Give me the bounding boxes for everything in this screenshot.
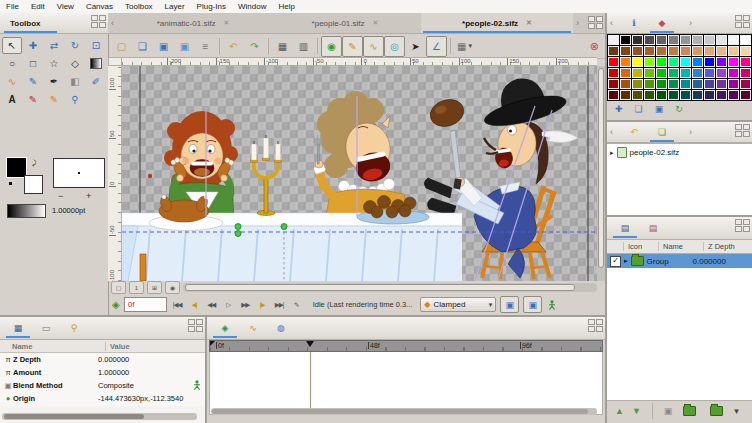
tab-animatic-01sifz[interactable]: *animatic-01.sifz✕ bbox=[117, 13, 269, 33]
palette-swatch[interactable] bbox=[740, 57, 751, 67]
palette-swatch[interactable] bbox=[632, 46, 643, 56]
palette-swatch[interactable] bbox=[728, 68, 739, 78]
param-value[interactable]: 1.000000 bbox=[93, 368, 205, 377]
interfaces-tab[interactable]: ▭ bbox=[36, 320, 56, 336]
save-all-button[interactable]: ≡ bbox=[195, 36, 216, 57]
brush-size-value[interactable]: 1.00000pt bbox=[52, 206, 85, 215]
zoom-tool[interactable]: ⚲ bbox=[65, 91, 85, 108]
render-button[interactable]: ▦ bbox=[272, 36, 293, 57]
new-file-button[interactable]: ▢ bbox=[111, 36, 132, 57]
seek-begin-button[interactable]: |◀◀ bbox=[169, 297, 186, 312]
refresh-palette-button[interactable]: ↻ bbox=[675, 104, 683, 114]
palette-swatch[interactable] bbox=[692, 90, 703, 100]
toggle-vertex-handles-button[interactable]: ✎ bbox=[342, 36, 363, 57]
swap-colors-icon[interactable]: ⤸ bbox=[32, 159, 36, 167]
timetrack-horizontal-scrollbar[interactable] bbox=[211, 408, 597, 415]
param-row[interactable]: ●Origin-144.473630px,-112.3540 bbox=[0, 392, 205, 405]
toggle-background-button[interactable]: ▢ bbox=[111, 281, 126, 294]
browser-grip[interactable] bbox=[735, 124, 750, 137]
timetrack-tab[interactable]: ◈ bbox=[215, 320, 235, 336]
palette-swatch[interactable] bbox=[656, 90, 667, 100]
mirror-tool[interactable]: ⇄ bbox=[44, 37, 64, 54]
menu-view[interactable]: View bbox=[51, 2, 80, 11]
palette-swatch[interactable] bbox=[716, 68, 727, 78]
group-layer-button[interactable] bbox=[683, 406, 696, 416]
palette-tabs-right-button[interactable]: › bbox=[686, 18, 695, 28]
circle-tool[interactable]: ○ bbox=[2, 55, 22, 72]
duplicate-layer-button[interactable]: ▣ bbox=[664, 406, 673, 416]
stop-button[interactable]: ⊗ bbox=[590, 40, 599, 53]
brush-size-decrease-button[interactable]: − bbox=[58, 191, 63, 201]
fill-tool[interactable]: ◧ bbox=[65, 73, 85, 90]
params-grip[interactable] bbox=[188, 319, 203, 332]
toggle-position-handles-button[interactable]: ◉ bbox=[321, 36, 342, 57]
menu-file[interactable]: File bbox=[0, 2, 25, 11]
palette-swatch[interactable] bbox=[704, 57, 715, 67]
palette-swatch[interactable] bbox=[644, 35, 655, 45]
column-zdepth[interactable]: Z Depth bbox=[703, 242, 752, 251]
palette-swatch[interactable] bbox=[668, 35, 679, 45]
palette-swatch[interactable] bbox=[728, 79, 739, 89]
smooth-move-tool[interactable]: ✚ bbox=[23, 37, 43, 54]
palette-swatch[interactable] bbox=[740, 79, 751, 89]
canvas-horizontal-scrollbar[interactable] bbox=[183, 283, 597, 292]
menu-help[interactable]: Help bbox=[272, 2, 300, 11]
palette-swatch[interactable] bbox=[632, 90, 643, 100]
palette-swatch[interactable] bbox=[608, 79, 619, 89]
time-cursor[interactable] bbox=[306, 341, 314, 347]
layers-grip[interactable] bbox=[735, 219, 750, 232]
save-palette-button[interactable]: ▣ bbox=[655, 104, 664, 114]
palette-swatch[interactable] bbox=[680, 68, 691, 78]
close-icon[interactable]: ✕ bbox=[223, 19, 229, 27]
palette-swatch[interactable] bbox=[668, 46, 679, 56]
palette-swatch[interactable] bbox=[668, 57, 679, 67]
column-value[interactable]: Value bbox=[105, 342, 205, 351]
animate-pen-button[interactable]: ✎ bbox=[288, 297, 305, 312]
play-button[interactable]: ▷ bbox=[220, 297, 237, 312]
render-quality-icon[interactable]: ◈ bbox=[112, 299, 120, 310]
canvas-grip[interactable] bbox=[588, 16, 603, 29]
palette-swatch[interactable] bbox=[692, 68, 703, 78]
rectangle-tool[interactable]: □ bbox=[23, 55, 43, 72]
background-color-swatch[interactable] bbox=[24, 175, 43, 194]
brush-size-increase-button[interactable]: + bbox=[86, 191, 91, 201]
palette-swatch[interactable] bbox=[620, 68, 631, 78]
toggle-radius-handles-button[interactable]: ◎ bbox=[384, 36, 405, 57]
timetrack-ruler[interactable]: 0f48f96f bbox=[209, 340, 603, 352]
palette-swatch[interactable] bbox=[716, 57, 727, 67]
param-value[interactable]: Composite bbox=[93, 381, 193, 390]
palette-swatch[interactable] bbox=[716, 79, 727, 89]
palette-swatch[interactable] bbox=[728, 35, 739, 45]
palette-swatch[interactable] bbox=[704, 90, 715, 100]
star-tool[interactable]: ☆ bbox=[44, 55, 64, 72]
menu-window[interactable]: Window bbox=[232, 2, 272, 11]
palette-swatch[interactable] bbox=[608, 35, 619, 45]
palette-swatch[interactable] bbox=[620, 57, 631, 67]
param-value[interactable]: -144.473630px,-112.3540 bbox=[93, 394, 205, 403]
palette-swatch[interactable] bbox=[680, 79, 691, 89]
palette-swatch[interactable] bbox=[656, 57, 667, 67]
palette-swatch[interactable] bbox=[608, 68, 619, 78]
new-layer-button[interactable] bbox=[710, 406, 723, 416]
palette-swatch[interactable] bbox=[656, 46, 667, 56]
params-horizontal-scrollbar[interactable] bbox=[2, 413, 197, 420]
palette-swatch[interactable] bbox=[716, 35, 727, 45]
scale-tool[interactable]: ⊡ bbox=[86, 37, 106, 54]
param-row[interactable]: πAmount1.000000 bbox=[0, 366, 205, 379]
animate-mode-button[interactable] bbox=[548, 296, 556, 314]
palette-swatch[interactable] bbox=[704, 46, 715, 56]
menu-edit[interactable]: Edit bbox=[25, 2, 51, 11]
transform-tool[interactable]: ↖ bbox=[2, 37, 22, 54]
canvas-tab[interactable]: ❏ bbox=[652, 124, 672, 140]
save-as-button[interactable]: ▣ bbox=[174, 36, 195, 57]
fg-bg-color-widget[interactable]: ⤸ bbox=[7, 158, 47, 198]
zoom-norm-button[interactable]: 1 bbox=[129, 281, 144, 294]
palette-swatch[interactable] bbox=[632, 35, 643, 45]
palette-tabs-left-button[interactable]: ‹ bbox=[607, 18, 616, 28]
palette-swatch[interactable] bbox=[728, 90, 739, 100]
palette-swatch[interactable] bbox=[692, 35, 703, 45]
grid-menu-button[interactable]: ▦▾ bbox=[454, 36, 475, 57]
palette-swatch[interactable] bbox=[680, 35, 691, 45]
toggle-angle-handles-button[interactable]: ∠ bbox=[426, 36, 447, 57]
tab-people-01sifz[interactable]: *people-01.sifz✕ bbox=[269, 13, 421, 33]
